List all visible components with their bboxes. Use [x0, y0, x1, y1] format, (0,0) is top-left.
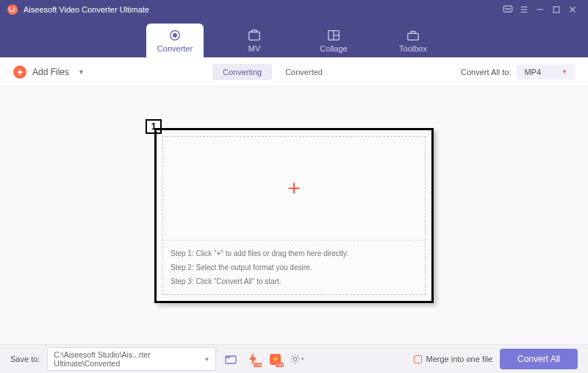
- mv-icon: [247, 29, 262, 42]
- add-files-label: Add Files: [32, 67, 69, 77]
- svg-point-12: [173, 33, 177, 37]
- svg-point-2: [507, 9, 508, 10]
- main-nav: Converter MV Collage Toolbox: [0, 19, 588, 57]
- tab-label: Toolbox: [399, 44, 427, 53]
- chevron-down-icon: ▼: [562, 68, 567, 75]
- svg-rect-13: [249, 32, 259, 40]
- tab-label: Collage: [320, 44, 347, 53]
- tab-label: MV: [248, 44, 261, 53]
- collage-icon: [326, 29, 341, 42]
- add-files-button[interactable]: + Add Files ▼: [13, 65, 85, 79]
- settings-button[interactable]: ▾: [290, 352, 304, 366]
- maximize-icon[interactable]: [548, 1, 564, 18]
- tab-label: Converter: [157, 44, 193, 53]
- dropzone-highlight: + Step 1: Click "+" to add files or drag…: [154, 128, 434, 303]
- converter-icon: [168, 29, 182, 42]
- save-to-label: Save to:: [10, 355, 40, 363]
- chevron-down-icon: ▼: [204, 356, 209, 363]
- open-folder-button[interactable]: [223, 352, 238, 366]
- chevron-down-icon: ▼: [78, 68, 85, 76]
- menu-icon[interactable]: [516, 1, 532, 18]
- tab-toolbox[interactable]: Toolbox: [384, 24, 442, 57]
- svg-rect-17: [408, 33, 418, 40]
- minimize-icon[interactable]: [532, 1, 548, 18]
- high-speed-button[interactable]: ⚡ ON: [268, 352, 282, 366]
- converting-tab[interactable]: Converting: [212, 64, 272, 80]
- merge-label: Merge into one file: [426, 355, 492, 363]
- titlebar: Aiseesoft Video Converter Ultimate: [0, 0, 588, 19]
- checkbox-icon: [414, 355, 422, 363]
- instructions: Step 1: Click "+" to add files or drag t…: [163, 241, 425, 294]
- output-format-select[interactable]: MP4 ▼: [517, 65, 575, 79]
- converted-tab[interactable]: Converted: [275, 64, 333, 80]
- tab-converter[interactable]: Converter: [146, 24, 204, 57]
- file-dropzone[interactable]: + Step 1: Click "+" to add files or drag…: [162, 136, 426, 295]
- gpu-accel-button[interactable]: ON: [245, 352, 260, 366]
- close-icon[interactable]: [564, 1, 581, 18]
- plus-icon: +: [13, 65, 26, 79]
- merge-checkbox[interactable]: Merge into one file: [414, 355, 492, 363]
- app-title: Aiseesoft Video Converter Ultimate: [24, 5, 149, 14]
- add-file-area[interactable]: +: [163, 137, 425, 241]
- toolbar: + Add Files ▼ Converting Converted Conve…: [0, 57, 588, 87]
- app-logo-icon: [7, 4, 18, 15]
- convert-all-button[interactable]: Convert All: [500, 349, 578, 369]
- save-path-select[interactable]: C:\Aiseesoft Studio\Ais...rter Ultimate\…: [47, 347, 216, 371]
- step-text: Step 1: Click "+" to add files or drag t…: [171, 246, 417, 260]
- step-text: Step 3: Click "Convert All" to start.: [171, 274, 417, 288]
- svg-rect-8: [553, 7, 559, 13]
- tab-collage[interactable]: Collage: [305, 24, 362, 57]
- convert-all-to-label: Convert All to:: [461, 68, 511, 77]
- footer: Save to: C:\Aiseesoft Studio\Ais...rter …: [0, 344, 588, 373]
- svg-point-3: [509, 9, 510, 10]
- save-path-value: C:\Aiseesoft Studio\Ais...rter Ultimate\…: [54, 350, 195, 368]
- main-area: 1 + Step 1: Click "+" to add files or dr…: [0, 87, 588, 344]
- feedback-icon[interactable]: [500, 1, 516, 18]
- tab-mv[interactable]: MV: [226, 24, 283, 57]
- toolbox-icon: [406, 29, 420, 42]
- step-text: Step 2: Select the output format you des…: [171, 260, 417, 274]
- svg-point-1: [506, 9, 506, 10]
- plus-icon: +: [287, 176, 301, 201]
- svg-point-19: [294, 358, 298, 361]
- format-value: MP4: [524, 68, 541, 77]
